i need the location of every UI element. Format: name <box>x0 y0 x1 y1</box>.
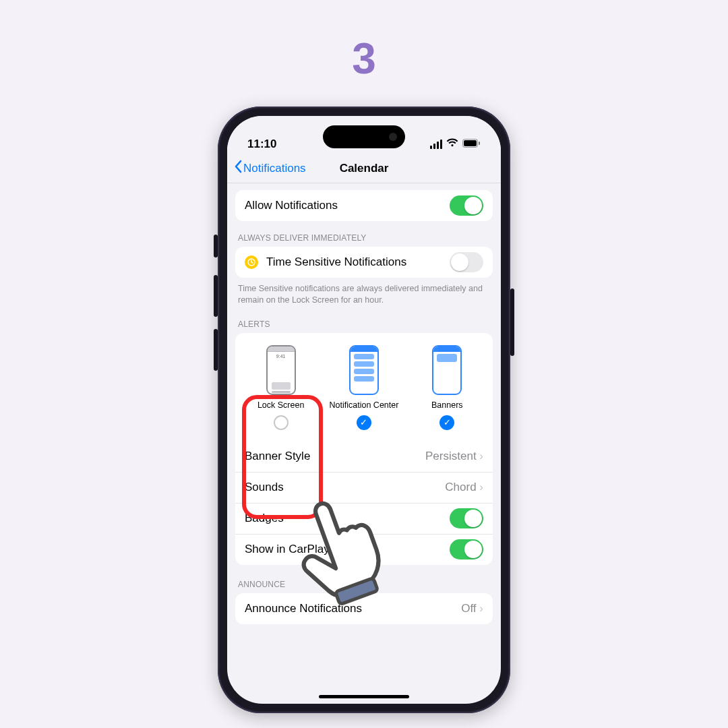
cellular-icon <box>430 140 442 149</box>
row-label: Announce Notifications <box>245 602 362 615</box>
row-value: Chord <box>445 481 476 494</box>
alert-label: Notification Center <box>330 400 399 410</box>
row-time-sensitive[interactable]: Time Sensitive Notifications <box>235 247 493 278</box>
alert-option-notification-center[interactable]: Notification Center ✓ <box>323 345 405 430</box>
nav-title: Calendar <box>340 162 389 175</box>
side-button-volume-down <box>214 329 218 371</box>
row-label: Show in CarPlay <box>245 543 330 556</box>
side-button-volume-up <box>214 275 218 317</box>
row-announce-notifications[interactable]: Announce Notifications Off › <box>235 593 493 624</box>
alert-option-banners[interactable]: Banners ✓ <box>406 345 488 430</box>
section-header-deliver: ALWAYS DELIVER IMMEDIATELY <box>227 233 501 247</box>
section-header-alerts: ALERTS <box>227 320 501 333</box>
row-banner-style[interactable]: Banner Style Persistent › <box>235 441 493 472</box>
alert-check-lock-screen[interactable] <box>274 415 289 430</box>
switch-show-in-carplay[interactable] <box>450 539 483 559</box>
chevron-left-icon <box>234 160 242 177</box>
row-value: Persistent <box>425 450 477 463</box>
row-label: Badges <box>245 512 284 525</box>
side-button-silent <box>214 235 218 257</box>
alert-check-banners[interactable]: ✓ <box>439 415 454 430</box>
section-header-announce: ANNOUNCE <box>227 580 501 593</box>
clock-icon <box>245 255 258 269</box>
svg-rect-2 <box>479 142 480 145</box>
switch-allow-notifications[interactable] <box>450 195 483 216</box>
row-label: Allow Notifications <box>245 199 338 212</box>
nav-bar: Notifications Calendar <box>227 154 501 183</box>
chevron-right-icon: › <box>477 481 483 494</box>
row-show-in-carplay[interactable]: Show in CarPlay <box>235 534 493 565</box>
switch-badges[interactable] <box>450 508 483 528</box>
section-footer-deliver: Time Sensitive notifications are always … <box>227 278 501 306</box>
lock-screen-icon: 9:41 <box>266 345 296 395</box>
back-label: Notifications <box>243 162 306 175</box>
row-badges[interactable]: Badges <box>235 503 493 534</box>
row-value: Off <box>461 602 476 615</box>
notification-center-icon <box>349 345 379 395</box>
row-sounds[interactable]: Sounds Chord › <box>235 472 493 503</box>
alert-option-lock-screen[interactable]: 9:41 Lock Screen <box>240 345 322 430</box>
home-indicator[interactable] <box>319 695 409 698</box>
back-button[interactable]: Notifications <box>234 160 306 177</box>
banners-icon <box>432 345 462 395</box>
dynamic-island <box>323 125 405 148</box>
alert-label: Banners <box>431 400 463 410</box>
chevron-right-icon: › <box>477 602 483 615</box>
battery-icon <box>462 138 481 151</box>
switch-time-sensitive[interactable] <box>450 252 483 272</box>
screen: 11:10 Notifications Calendar <box>227 116 501 704</box>
alert-check-notification-center[interactable]: ✓ <box>357 415 371 430</box>
wifi-icon <box>446 138 458 151</box>
side-button-power <box>510 289 514 356</box>
row-label: Sounds <box>245 481 284 494</box>
svg-rect-1 <box>464 140 477 146</box>
step-number: 3 <box>352 34 376 84</box>
row-label: Banner Style <box>245 450 310 463</box>
chevron-right-icon: › <box>477 450 483 463</box>
alert-label: Lock Screen <box>257 400 304 410</box>
row-allow-notifications[interactable]: Allow Notifications <box>235 190 493 221</box>
lock-screen-time: 9:41 <box>268 352 295 359</box>
row-label: Time Sensitive Notifications <box>266 255 406 269</box>
settings-content[interactable]: Allow Notifications ALWAYS DELIVER IMMED… <box>227 183 501 704</box>
status-time: 11:10 <box>247 138 276 151</box>
phone-frame: 11:10 Notifications Calendar <box>218 107 510 713</box>
